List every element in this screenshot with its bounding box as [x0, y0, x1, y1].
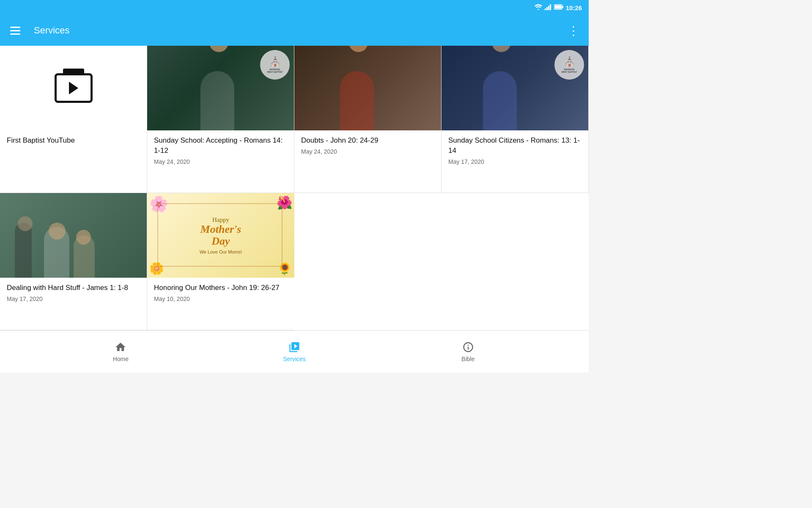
- status-bar: 10:26: [0, 0, 589, 15]
- nav-item-bible[interactable]: Bible: [451, 341, 485, 362]
- thumb-doubts-john: [294, 46, 441, 130]
- nav-label-bible: Bible: [461, 356, 475, 362]
- marion-badge-2: ⛪ MARION FIRST BAPTIST: [554, 50, 584, 80]
- svg-rect-6: [554, 6, 561, 9]
- status-time: 10:26: [566, 4, 582, 11]
- status-icons: 10:26: [535, 4, 582, 11]
- video-card-sunday-school-accepting[interactable]: ⛪ MARION FIRST BAPTIST Sunday School: Ac…: [147, 46, 294, 193]
- video-title-dealing-hard-stuff: Dealing with Hard Stuff - James 1: 1-8: [7, 283, 140, 293]
- play-box-icon: [55, 73, 93, 103]
- video-title-honoring-mothers: Honoring Our Mothers - John 19: 26-27: [154, 283, 288, 293]
- video-date-doubts-john: May 24, 2020: [301, 148, 434, 155]
- svg-rect-5: [562, 6, 563, 8]
- thumb-sunday-school-accepting: ⛪ MARION FIRST BAPTIST: [147, 46, 294, 130]
- svg-rect-2: [548, 6, 549, 10]
- video-info-doubts-john: Doubts - John 20: 24-29 May 24, 2020: [294, 130, 441, 162]
- video-date-sunday-school-citizens: May 17, 2020: [448, 158, 582, 165]
- video-card-youtube[interactable]: First Baptist YouTube: [0, 46, 147, 193]
- video-title-sunday-school-citizens: Sunday School Citizens - Romans: 13: 1-1…: [448, 135, 582, 156]
- video-card-doubts-john[interactable]: Doubts - John 20: 24-29 May 24, 2020: [294, 46, 442, 193]
- marion-badge: ⛪ MARION FIRST BAPTIST: [260, 50, 290, 80]
- signal-icon: [545, 4, 551, 11]
- video-info-youtube: First Baptist YouTube: [0, 130, 147, 155]
- video-info-sunday-school-citizens: Sunday School Citizens - Romans: 13: 1-1…: [442, 130, 588, 172]
- video-date-sunday-school-accepting: May 24, 2020: [154, 158, 287, 165]
- video-info-sunday-school-accepting: Sunday School: Accepting - Romans 14: 1-…: [147, 130, 294, 172]
- nav-item-home[interactable]: Home: [104, 341, 137, 362]
- thumb-dealing-hard-stuff: [0, 193, 147, 278]
- svg-rect-0: [545, 8, 546, 10]
- svg-rect-3: [550, 4, 551, 10]
- video-card-honoring-mothers[interactable]: 🌸 🌺 🌼 🌻 Happy Mother'sDay We Love Our Mo…: [147, 193, 294, 330]
- video-date-honoring-mothers: May 10, 2020: [154, 295, 288, 302]
- battery-icon: [554, 4, 563, 11]
- more-options-button[interactable]: ⋮: [564, 20, 582, 41]
- video-info-honoring-mothers: Honoring Our Mothers - John 19: 26-27 Ma…: [147, 278, 294, 309]
- thumb-honoring-mothers: 🌸 🌺 🌼 🌻 Happy Mother'sDay We Love Our Mo…: [147, 193, 294, 278]
- nav-label-home: Home: [113, 356, 129, 362]
- video-title-doubts-john: Doubts - John 20: 24-29: [301, 135, 434, 146]
- bottom-nav: Home Services Bible: [0, 330, 589, 373]
- nav-item-services[interactable]: Services: [277, 341, 311, 362]
- video-title-youtube: First Baptist YouTube: [7, 135, 140, 146]
- menu-button[interactable]: [7, 23, 24, 38]
- video-date-dealing-hard-stuff: May 17, 2020: [7, 295, 140, 302]
- video-title-sunday-school-accepting: Sunday School: Accepting - Romans 14: 1-…: [154, 135, 287, 156]
- wifi-icon: [535, 4, 542, 11]
- video-card-dealing-hard-stuff[interactable]: Dealing with Hard Stuff - James 1: 1-8 M…: [0, 193, 147, 330]
- nav-label-services: Services: [283, 356, 306, 362]
- video-info-dealing-hard-stuff: Dealing with Hard Stuff - James 1: 1-8 M…: [0, 278, 147, 309]
- app-title: Services: [34, 25, 554, 36]
- content-grid: First Baptist YouTube ⛪ MARION FIRST BAP…: [0, 46, 589, 330]
- svg-rect-1: [546, 7, 548, 10]
- video-card-sunday-school-citizens[interactable]: ⛪ MARION FIRST BAPTIST Sunday School Cit…: [442, 46, 589, 193]
- thumb-sunday-school-citizens: ⛪ MARION FIRST BAPTIST: [442, 46, 588, 130]
- youtube-thumb: [0, 46, 147, 130]
- app-bar: Services ⋮: [0, 15, 589, 46]
